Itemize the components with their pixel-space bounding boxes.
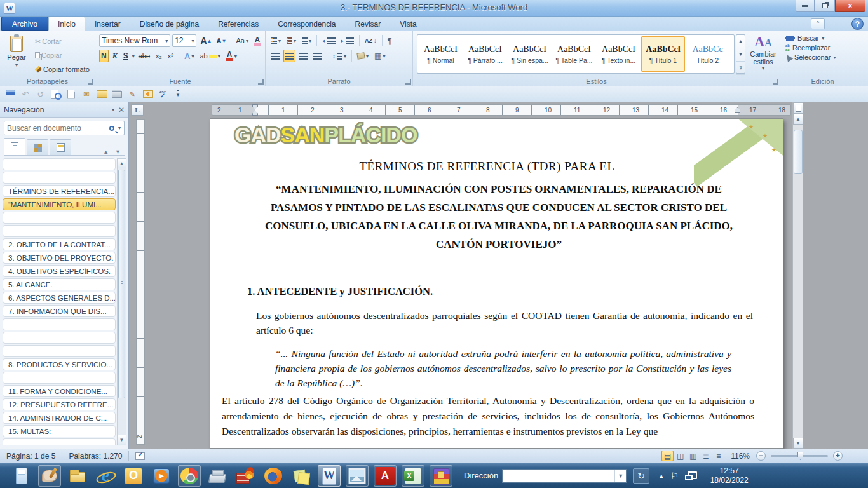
taskbar-media-player-icon[interactable]: [150, 465, 173, 487]
align-right-button[interactable]: [297, 50, 309, 62]
ruler-toggle-button[interactable]: [793, 102, 803, 114]
cut-button[interactable]: ✂Cortar: [33, 35, 92, 48]
navigation-heading-item[interactable]: 5. ALCANCE.: [3, 278, 116, 290]
taskbar-chrome-icon[interactable]: [178, 465, 201, 487]
taskbar-sticky-notes-icon[interactable]: [290, 465, 313, 487]
style-gallery-scroll[interactable]: ▲▼⊽: [736, 34, 745, 74]
qat-spelling-icon[interactable]: [156, 88, 169, 100]
sort-button[interactable]: AZ↓: [363, 34, 379, 47]
ribbon-tab[interactable]: Insertar: [85, 17, 130, 31]
ribbon-tab[interactable]: Correspondencia: [268, 17, 345, 31]
justify-button[interactable]: [311, 50, 323, 62]
chevron-down-icon[interactable]: ▼: [614, 470, 626, 482]
ribbon-tab[interactable]: Inicio: [48, 17, 85, 31]
taskbar-ie-icon[interactable]: [94, 465, 117, 487]
font-family-select[interactable]: Times New Rom▾: [99, 34, 170, 47]
text-effects-button[interactable]: A▾: [182, 50, 196, 62]
document-page[interactable]: GADSANPLÁCIDO ★ ★ ★ TÉRMINOS DE REFERENC…: [210, 118, 783, 449]
navigation-heading-item[interactable]: 15. MULTAS:: [3, 425, 116, 437]
bold-button[interactable]: N: [99, 50, 109, 62]
find-button[interactable]: Buscar▾: [785, 34, 862, 42]
style-item[interactable]: AaBbCcI ¶ Sin espa...: [508, 36, 552, 72]
navigation-heading-item[interactable]: 8. PRODUCTOS Y SERVICIO...: [3, 358, 116, 370]
view-draft-icon[interactable]: [712, 451, 724, 461]
zoom-in-button[interactable]: +: [833, 451, 843, 461]
format-painter-button[interactable]: Copiar formato: [33, 63, 92, 76]
navigation-heading-item[interactable]: 6. ASPECTOS GENERALES D...: [3, 292, 116, 304]
style-item[interactable]: AaBbCcl ¶ Título 1: [641, 36, 685, 72]
numbering-button[interactable]: ▾: [285, 34, 298, 47]
previous-heading-button[interactable]: ▲: [103, 149, 109, 155]
taskbar-winrar-icon[interactable]: [430, 465, 452, 487]
view-read-icon[interactable]: [674, 451, 686, 461]
superscript-button[interactable]: x²: [166, 50, 175, 62]
zoom-out-button[interactable]: −: [756, 451, 766, 461]
zoom-slider[interactable]: [771, 455, 828, 457]
navigation-heading-item[interactable]: 12. PRESUPUESTO REFERE...: [3, 398, 116, 410]
navigation-heading-item[interactable]: TÉRMINOS DE REFERENCIA...: [3, 185, 116, 197]
ribbon-tab[interactable]: Revisar: [346, 17, 391, 31]
dialog-launcher-icon[interactable]: [773, 79, 778, 85]
show-marks-button[interactable]: ¶: [386, 34, 394, 47]
search-options-chevron-icon[interactable]: ▾: [118, 125, 121, 131]
address-input-wrap[interactable]: ▼: [502, 469, 627, 483]
page-indicator[interactable]: Página: 1 de 5: [0, 451, 62, 461]
multilevel-list-button[interactable]: ▾: [300, 34, 313, 47]
ribbon-tab[interactable]: Vista: [390, 17, 426, 31]
spellcheck-status-icon[interactable]: [135, 452, 145, 460]
navigation-heading-item[interactable]: 4. OBJETIVOS ESPECÍFICOS.: [3, 265, 116, 277]
help-button[interactable]: ?: [851, 18, 864, 30]
view-print-layout-icon[interactable]: [661, 451, 674, 461]
taskbar-excel-icon[interactable]: [402, 465, 424, 487]
taskbar-photo-viewer-icon[interactable]: [346, 465, 369, 487]
navigation-heading-item[interactable]: [3, 318, 116, 330]
navigation-heading-item[interactable]: 7. INFORMACIÓN QUE DIS...: [3, 305, 116, 317]
navigation-heading-item[interactable]: 11. FORMA Y CONDICIONE...: [3, 385, 116, 397]
zoom-level[interactable]: 116%: [731, 452, 750, 461]
minimize-button[interactable]: [796, 0, 815, 12]
style-item[interactable]: AaBbCc Título 2: [686, 36, 729, 72]
paste-button[interactable]: Pegar▾: [4, 34, 29, 75]
style-item[interactable]: AaBbCcI ¶ Párrafo ...: [463, 36, 507, 72]
line-spacing-button[interactable]: ↕▾: [330, 50, 348, 62]
style-item[interactable]: AaBbCcI ¶ Texto in...: [597, 36, 641, 72]
taskbar-calculator-icon[interactable]: [10, 465, 33, 487]
view-web-icon[interactable]: [687, 451, 699, 461]
navigation-scrollbar[interactable]: ▲ ▼: [117, 158, 126, 445]
close-pane-button[interactable]: ✕: [118, 105, 125, 114]
decrease-indent-button[interactable]: [320, 34, 337, 47]
qat-mail-icon[interactable]: [141, 88, 154, 100]
navigation-heading-item[interactable]: [3, 372, 116, 384]
navigation-heading-item[interactable]: [3, 172, 116, 184]
qat-edit-icon[interactable]: [126, 88, 139, 100]
action-center-flag-icon[interactable]: ⚐: [670, 471, 679, 481]
browse-headings-tab[interactable]: [4, 138, 25, 155]
qat-new-icon[interactable]: [65, 88, 78, 100]
collapse-ribbon-button[interactable]: ⌃: [811, 18, 825, 29]
navigation-heading-item[interactable]: [3, 345, 116, 357]
replace-button[interactable]: abacReemplazar: [785, 44, 862, 51]
search-icon[interactable]: [109, 126, 114, 131]
copy-button[interactable]: Copiar: [33, 49, 92, 62]
qat-open-icon[interactable]: [95, 88, 108, 100]
scrollbar-thumb[interactable]: [118, 170, 125, 398]
navigation-heading-item[interactable]: [3, 332, 116, 344]
search-input[interactable]: [4, 124, 109, 133]
scroll-up-icon[interactable]: ▲: [793, 114, 803, 125]
qat-undo-icon[interactable]: [19, 88, 32, 100]
grow-font-button[interactable]: A▴: [198, 34, 212, 47]
dialog-launcher-icon[interactable]: [405, 79, 411, 85]
subscript-button[interactable]: x₂: [154, 50, 164, 62]
taskbar-outlook-icon[interactable]: [122, 465, 145, 487]
dialog-launcher-icon[interactable]: [258, 79, 264, 85]
underline-button[interactable]: S: [121, 50, 130, 62]
navigation-heading-item[interactable]: “MANTENIMIENTO, ILUMI...: [3, 198, 116, 210]
vertical-scrollbar[interactable]: ▲ ▼: [792, 102, 803, 449]
word-count[interactable]: Palabras: 1.270: [62, 451, 129, 461]
view-outline-icon[interactable]: [700, 451, 712, 461]
increase-indent-button[interactable]: [339, 34, 356, 47]
network-icon[interactable]: [685, 471, 695, 480]
qat-preview-icon[interactable]: [50, 88, 62, 100]
font-size-select[interactable]: 12▾: [172, 34, 196, 47]
qat-save-icon[interactable]: [4, 88, 17, 100]
